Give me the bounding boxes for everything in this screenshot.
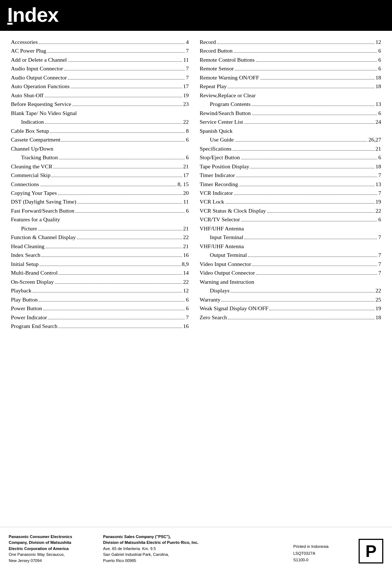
list-item: Commercial Skip17 bbox=[11, 171, 189, 179]
list-item: Fast Forward/Search Button6 bbox=[11, 207, 189, 215]
list-item: Connections8, 15 bbox=[11, 180, 189, 188]
list-item: Service Center List24 bbox=[200, 118, 381, 126]
footer-col2: Panasonic Sales Company ("PSC"),Division… bbox=[103, 534, 293, 564]
footer-right-group: Printed in IndonesiaLSQT0327AS1100-0 P bbox=[293, 539, 383, 563]
list-item: Use Guide26,27 bbox=[200, 136, 381, 144]
list-item: Video Output Connector7 bbox=[200, 269, 381, 277]
list-item: Weak Signal Display ON/OFF19 bbox=[200, 304, 381, 312]
list-item: Remote Warning ON/OFF18 bbox=[200, 74, 381, 82]
list-item: Program End Search16 bbox=[11, 322, 189, 330]
list-item: VHF/UHF Antenna bbox=[200, 225, 381, 233]
list-item: Auto Operation Functions17 bbox=[11, 82, 189, 90]
list-item: Remote Control Buttons6 bbox=[200, 56, 381, 64]
list-item: Before Requesting Service23 bbox=[11, 100, 189, 108]
list-item: Remote Sensor6 bbox=[200, 65, 381, 73]
list-item: Audio Input Connector7 bbox=[11, 65, 189, 73]
list-item: Spanish Quick bbox=[200, 127, 381, 135]
list-item: Record12 bbox=[200, 38, 381, 46]
header-bar: Index bbox=[0, 0, 392, 31]
footer-col1: Panasonic Consumer ElectronicsCompany, D… bbox=[9, 534, 103, 564]
list-item: On-Screen Display22 bbox=[11, 278, 189, 286]
list-item: Features for a Quality bbox=[11, 216, 189, 224]
list-item: AC Power Plug7 bbox=[11, 47, 189, 55]
list-item: Channel Up/Down bbox=[11, 145, 189, 153]
list-item: Cleaning the VCR21 bbox=[11, 163, 189, 171]
list-item: Specifications21 bbox=[200, 145, 381, 153]
list-item: Rewind/Search Button6 bbox=[200, 109, 381, 117]
list-item: Zero Search18 bbox=[200, 313, 381, 321]
list-item: Blank Tape/ No Video Signal bbox=[11, 109, 189, 117]
list-item: Playback12 bbox=[11, 287, 189, 295]
list-item: Review,Replace or Clear bbox=[200, 91, 381, 99]
list-item: Input Terminal7 bbox=[200, 233, 381, 241]
list-item: VCR/TV Selector6 bbox=[200, 216, 381, 224]
list-item: Record Button6 bbox=[200, 47, 381, 55]
list-item: Index Search16 bbox=[11, 251, 189, 259]
list-item: Displays22 bbox=[200, 287, 381, 295]
list-item: Warranty25 bbox=[200, 296, 381, 304]
list-item: VCR Lock19 bbox=[200, 198, 381, 206]
list-item: Play Button6 bbox=[11, 296, 189, 304]
list-item: Power Button6 bbox=[11, 304, 189, 312]
list-item: Copying Your Tapes20 bbox=[11, 189, 189, 197]
page-title: Index bbox=[7, 3, 385, 26]
list-item: VCR Indicator7 bbox=[200, 189, 381, 197]
list-item: Stop/Eject Button6 bbox=[200, 153, 381, 161]
list-item: Repeat Play18 bbox=[200, 82, 381, 90]
list-item: Multi-Brand Control14 bbox=[11, 269, 189, 277]
list-item: Tape Position Display18 bbox=[200, 163, 381, 171]
list-item: Head Cleaning21 bbox=[11, 242, 189, 250]
list-item: Accessories4 bbox=[11, 38, 189, 46]
list-item: Timer Recording13 bbox=[200, 180, 381, 188]
list-item: Timer Indicator7 bbox=[200, 171, 381, 179]
footer-col3: Printed in IndonesiaLSQT0327AS1100-0 bbox=[293, 543, 351, 563]
list-item: Indication22 bbox=[11, 118, 189, 126]
list-item: VCR Status & Clock Display22 bbox=[200, 207, 381, 215]
list-item: Function & Channel Display22 bbox=[11, 233, 189, 241]
footer: Panasonic Consumer ElectronicsCompany, D… bbox=[0, 527, 392, 570]
list-item: Output Terminal7 bbox=[200, 251, 381, 259]
left-column: Accessories4AC Power Plug7Add or Delete … bbox=[11, 38, 196, 331]
list-item: Cassete Compartment6 bbox=[11, 136, 189, 144]
list-item: DST (Daylight Saving Time)11 bbox=[11, 198, 189, 206]
list-item: Initial Setup8,9 bbox=[11, 260, 189, 268]
list-item: Picture21 bbox=[11, 225, 189, 233]
list-item: VHF/UHF Antenna bbox=[200, 242, 381, 250]
list-item: Video Input Connector7 bbox=[200, 260, 381, 268]
list-item: Program Contents13 bbox=[200, 100, 381, 108]
list-item: Power Indicator7 bbox=[11, 313, 189, 321]
list-item: Audio Output Connector7 bbox=[11, 74, 189, 82]
list-item: Warning and Instruction bbox=[200, 278, 381, 286]
list-item: Add or Delete a Channel11 bbox=[11, 56, 189, 64]
list-item: Tracking Button6 bbox=[11, 153, 189, 161]
list-item: Cable Box Setup8 bbox=[11, 127, 189, 135]
index-content: Accessories4AC Power Plug7Add or Delete … bbox=[0, 31, 392, 338]
right-column: Record12Record Button6Remote Control But… bbox=[196, 38, 381, 331]
list-item: Auto Shut-Off19 bbox=[11, 91, 189, 99]
p-box: P bbox=[359, 539, 383, 563]
